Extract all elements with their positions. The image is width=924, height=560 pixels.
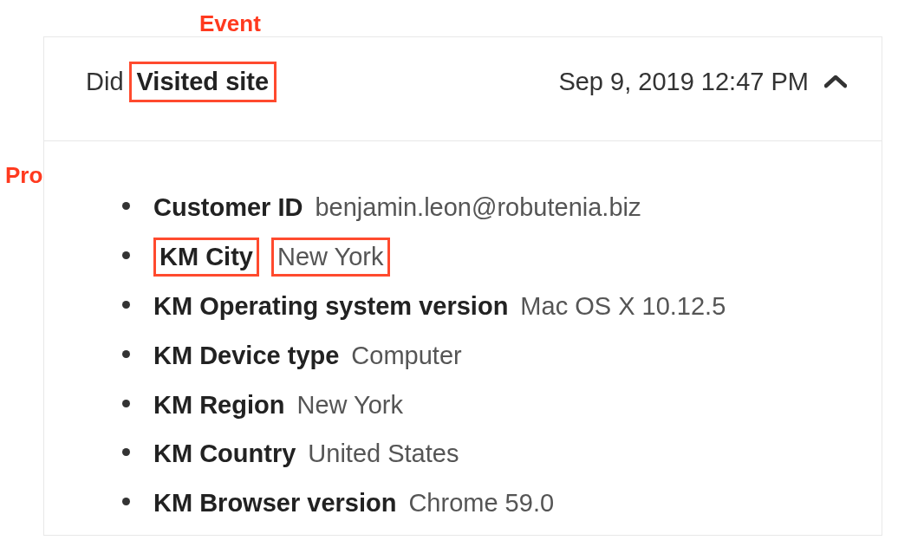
property-name: KM Device type (153, 342, 339, 369)
property-name: KM Region (153, 391, 284, 419)
list-item: KM RegionNew York (127, 381, 847, 430)
event-timestamp: Sep 9, 2019 12:47 PM (558, 68, 809, 96)
list-item: KM CountryUnited States (127, 429, 847, 479)
did-prefix: Did (86, 68, 124, 96)
event-meta: Sep 9, 2019 12:47 PM (558, 68, 847, 96)
property-value: New York (296, 391, 403, 419)
event-card-header[interactable]: Did Visited site Sep 9, 2019 12:47 PM (44, 37, 882, 141)
property-name: KM City (153, 238, 259, 277)
property-value: United States (308, 440, 459, 467)
list-item: KM Operating system versionMac OS X 10.1… (127, 282, 847, 331)
property-value: benjamin.leon@robutenia.biz (315, 193, 641, 221)
list-item: KM Device typeComputer (127, 331, 847, 381)
list-item: KM Browser versionChrome 59.0 (127, 479, 847, 528)
property-value: Chrome 59.0 (408, 489, 554, 517)
property-name: KM Operating system version (153, 292, 508, 320)
event-card-body: Customer IDbenjamin.leon@robutenia.bizKM… (44, 141, 882, 536)
property-name: KM Browser version (153, 489, 396, 517)
property-value: Computer (351, 342, 461, 369)
event-card: Did Visited site Sep 9, 2019 12:47 PM Cu… (43, 36, 882, 536)
annotation-event-label: Event (199, 10, 261, 37)
property-name: KM Country (153, 440, 296, 467)
event-title: Did Visited site (86, 62, 277, 102)
property-list: Customer IDbenjamin.leon@robutenia.bizKM… (79, 183, 847, 529)
list-item: Customer IDbenjamin.leon@robutenia.biz (127, 183, 847, 232)
event-name: Visited site (129, 62, 277, 102)
property-name: Customer ID (153, 193, 303, 221)
property-value: Mac OS X 10.12.5 (520, 292, 726, 320)
list-item: KM City New York (127, 232, 847, 282)
chevron-up-icon[interactable] (824, 74, 847, 89)
property-value: New York (271, 238, 390, 277)
